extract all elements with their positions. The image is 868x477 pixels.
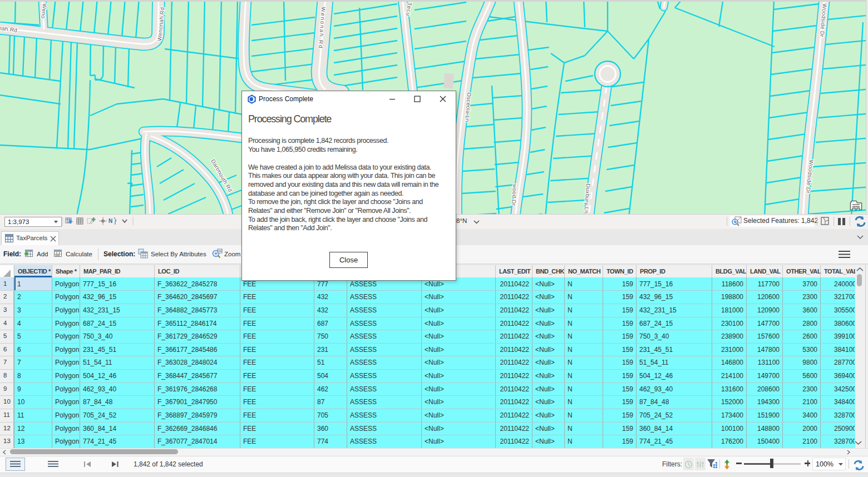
- svg-text:wood Dr: wood Dr: [511, 183, 518, 206]
- svg-text:N: N: [108, 218, 112, 224]
